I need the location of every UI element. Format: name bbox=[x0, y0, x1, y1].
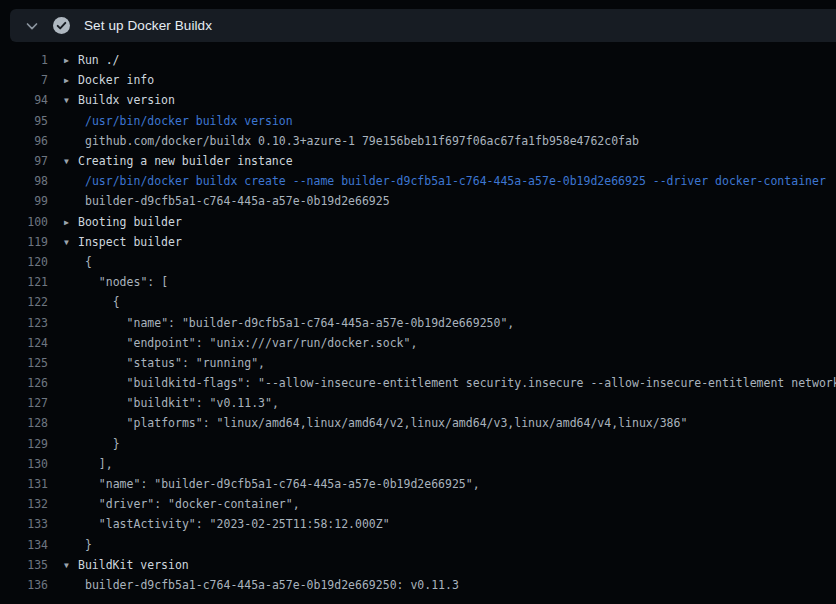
log-line: 123 "name": "builder-d9cfb5a1-c764-445a-… bbox=[0, 312, 836, 332]
group-title: Buildx version bbox=[78, 93, 175, 107]
line-number[interactable]: 131 bbox=[0, 477, 48, 491]
line-number[interactable]: 123 bbox=[0, 316, 48, 330]
group-expanded-icon[interactable]: ▼ bbox=[64, 96, 78, 105]
log-output-text: builder-d9cfb5a1-c764-445a-a57e-0b19d2e6… bbox=[85, 194, 390, 208]
group-expanded-icon[interactable]: ▼ bbox=[64, 238, 78, 247]
line-number[interactable]: 119 bbox=[0, 235, 48, 249]
group-title: Docker info bbox=[78, 73, 154, 87]
line-number[interactable]: 130 bbox=[0, 457, 48, 471]
log-output-text: } bbox=[85, 538, 92, 552]
group-collapsed-icon[interactable]: ▶ bbox=[64, 218, 78, 227]
line-number[interactable]: 134 bbox=[0, 538, 48, 552]
group-title: Run ./ bbox=[78, 53, 120, 67]
line-number[interactable]: 99 bbox=[0, 194, 48, 208]
log-group-header[interactable]: 100▶Booting builder bbox=[0, 212, 836, 232]
log-line: 127 "buildkit": "v0.11.3", bbox=[0, 393, 836, 413]
group-expanded-icon[interactable]: ▼ bbox=[64, 561, 78, 570]
log-output-text: github.com/docker/buildx 0.10.3+azure-1 … bbox=[85, 134, 639, 148]
log-output-text: } bbox=[85, 437, 120, 451]
log-line: 130 ], bbox=[0, 454, 836, 474]
chevron-down-icon[interactable] bbox=[24, 18, 40, 34]
log-output-text: "endpoint": "unix:///var/run/docker.sock… bbox=[85, 336, 417, 350]
line-number[interactable]: 7 bbox=[0, 73, 48, 87]
log-group-header[interactable]: 119▼Inspect builder bbox=[0, 232, 836, 252]
log-output-text: "status": "running", bbox=[85, 356, 265, 370]
log-line: 125 "status": "running", bbox=[0, 353, 836, 373]
group-collapsed-icon[interactable]: ▶ bbox=[64, 76, 78, 85]
log-line: 133 "lastActivity": "2023-02-25T11:58:12… bbox=[0, 514, 836, 534]
log-viewer: 1▶Run ./7▶Docker info94▼Buildx version95… bbox=[0, 42, 836, 595]
log-line: 126 "buildkitd-flags": "--allow-insecure… bbox=[0, 373, 836, 393]
log-line: 99builder-d9cfb5a1-c764-445a-a57e-0b19d2… bbox=[0, 191, 836, 211]
log-line: 128 "platforms": "linux/amd64,linux/amd6… bbox=[0, 413, 836, 433]
log-output-text: "driver": "docker-container", bbox=[85, 497, 300, 511]
log-line: 98/usr/bin/docker buildx create --name b… bbox=[0, 171, 836, 191]
line-number[interactable]: 136 bbox=[0, 578, 48, 592]
line-number[interactable]: 94 bbox=[0, 93, 48, 107]
group-title: Inspect builder bbox=[78, 235, 182, 249]
log-line: 132 "driver": "docker-container", bbox=[0, 494, 836, 514]
step-header[interactable]: Set up Docker Buildx bbox=[10, 9, 836, 42]
line-number[interactable]: 132 bbox=[0, 497, 48, 511]
group-title: BuildKit version bbox=[78, 558, 189, 572]
log-group-header[interactable]: 135▼BuildKit version bbox=[0, 555, 836, 575]
line-number[interactable]: 129 bbox=[0, 437, 48, 451]
log-line: 120{ bbox=[0, 252, 836, 272]
log-line: 136builder-d9cfb5a1-c764-445a-a57e-0b19d… bbox=[0, 575, 836, 595]
log-line: 134} bbox=[0, 535, 836, 555]
group-expanded-icon[interactable]: ▼ bbox=[64, 157, 78, 166]
group-title: Creating a new builder instance bbox=[78, 154, 293, 168]
line-number[interactable]: 98 bbox=[0, 174, 48, 188]
log-command-text: /usr/bin/docker buildx create --name bui… bbox=[85, 174, 826, 188]
line-number[interactable]: 124 bbox=[0, 336, 48, 350]
log-output-text: { bbox=[85, 295, 120, 309]
log-group-header[interactable]: 97▼Creating a new builder instance bbox=[0, 151, 836, 171]
log-group-header[interactable]: 1▶Run ./ bbox=[0, 50, 836, 70]
log-output-text: "platforms": "linux/amd64,linux/amd64/v2… bbox=[85, 416, 687, 430]
line-number[interactable]: 121 bbox=[0, 275, 48, 289]
check-circle-icon bbox=[53, 17, 70, 34]
line-number[interactable]: 128 bbox=[0, 416, 48, 430]
log-line: 131 "name": "builder-d9cfb5a1-c764-445a-… bbox=[0, 474, 836, 494]
log-output-text: "name": "builder-d9cfb5a1-c764-445a-a57e… bbox=[85, 477, 480, 491]
log-line: 124 "endpoint": "unix:///var/run/docker.… bbox=[0, 333, 836, 353]
line-number[interactable]: 122 bbox=[0, 295, 48, 309]
line-number[interactable]: 95 bbox=[0, 114, 48, 128]
line-number[interactable]: 97 bbox=[0, 154, 48, 168]
group-collapsed-icon[interactable]: ▶ bbox=[64, 56, 78, 65]
log-output-text: "nodes": [ bbox=[85, 275, 168, 289]
log-command-text: /usr/bin/docker buildx version bbox=[85, 114, 293, 128]
log-line: 129 } bbox=[0, 434, 836, 454]
log-line: 121 "nodes": [ bbox=[0, 272, 836, 292]
log-output-text: "lastActivity": "2023-02-25T11:58:12.000… bbox=[85, 517, 390, 531]
line-number[interactable]: 1 bbox=[0, 53, 48, 67]
log-group-header[interactable]: 7▶Docker info bbox=[0, 70, 836, 90]
log-output-text: builder-d9cfb5a1-c764-445a-a57e-0b19d2e6… bbox=[85, 578, 459, 592]
log-output-text: { bbox=[85, 255, 92, 269]
log-output-text: "buildkitd-flags": "--allow-insecure-ent… bbox=[85, 376, 836, 390]
log-line: 95/usr/bin/docker buildx version bbox=[0, 111, 836, 131]
line-number[interactable]: 96 bbox=[0, 134, 48, 148]
line-number[interactable]: 133 bbox=[0, 517, 48, 531]
log-output-text: "name": "builder-d9cfb5a1-c764-445a-a57e… bbox=[85, 316, 514, 330]
line-number[interactable]: 100 bbox=[0, 215, 48, 229]
line-number[interactable]: 126 bbox=[0, 376, 48, 390]
line-number[interactable]: 125 bbox=[0, 356, 48, 370]
line-number[interactable]: 120 bbox=[0, 255, 48, 269]
log-group-header[interactable]: 94▼Buildx version bbox=[0, 90, 836, 110]
log-output-text: ], bbox=[85, 457, 113, 471]
log-line: 96github.com/docker/buildx 0.10.3+azure-… bbox=[0, 131, 836, 151]
step-title: Set up Docker Buildx bbox=[84, 18, 212, 33]
line-number[interactable]: 127 bbox=[0, 396, 48, 410]
line-number[interactable]: 135 bbox=[0, 558, 48, 572]
log-output-text: "buildkit": "v0.11.3", bbox=[85, 396, 279, 410]
group-title: Booting builder bbox=[78, 215, 182, 229]
log-line: 122 { bbox=[0, 292, 836, 312]
